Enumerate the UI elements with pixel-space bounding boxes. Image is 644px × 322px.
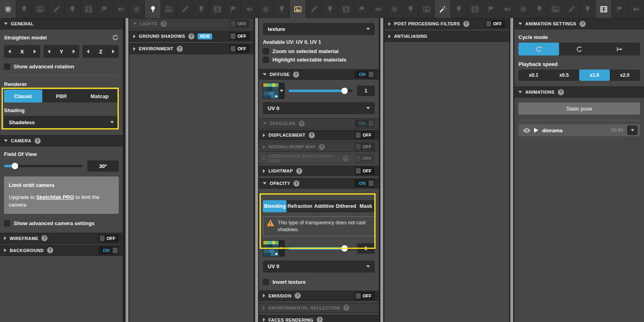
section-specular[interactable]: SPECULAR ? ON [259, 118, 379, 129]
specular-toggle[interactable]: ON [355, 119, 375, 127]
help-icon[interactable]: ? [558, 89, 564, 95]
tab-mask[interactable]: Mask [357, 200, 375, 212]
ground-shadows-toggle[interactable]: OFF [229, 32, 250, 40]
pen-icon[interactable] [177, 0, 193, 18]
material-dropdown[interactable]: texture [263, 23, 375, 35]
lights-toggle[interactable]: OFF [229, 20, 250, 28]
pen-icon[interactable] [564, 0, 580, 18]
speaker-icon[interactable] [499, 0, 515, 18]
section-lightmap[interactable]: LIGHTMAP ? OFF [259, 166, 379, 176]
gear-icon[interactable] [129, 0, 145, 18]
bulb-icon[interactable] [402, 0, 419, 18]
bulb-icon[interactable] [451, 0, 467, 18]
speaker-icon[interactable] [370, 0, 386, 18]
speed-x0-5-button[interactable]: x0.5 [549, 70, 580, 81]
step-left-icon[interactable] [87, 49, 89, 53]
clip-options-dropdown[interactable] [627, 125, 638, 135]
section-wireframe[interactable]: WIREFRAME ? OFF [0, 233, 123, 244]
help-icon[interactable]: ? [35, 138, 41, 144]
normal-bump-toggle[interactable]: OFF [355, 143, 375, 151]
step-right-icon[interactable] [72, 49, 75, 53]
help-icon[interactable]: ? [161, 21, 167, 27]
checkbox[interactable] [263, 48, 269, 54]
scrollbar-lights-panel[interactable] [126, 18, 128, 322]
help-icon[interactable]: ? [177, 46, 183, 52]
fov-value[interactable]: 30° [87, 160, 119, 172]
help-icon[interactable]: ? [293, 180, 299, 187]
film-icon[interactable] [467, 0, 483, 18]
help-icon[interactable]: ? [188, 33, 194, 39]
section-antialiasing[interactable]: ANTIALIASING [384, 31, 509, 42]
checkbox[interactable] [4, 220, 10, 226]
help-icon[interactable]: ? [309, 132, 315, 138]
image-icon[interactable] [32, 0, 48, 18]
zoom-material-checkbox-row[interactable]: Zoom on selected material [263, 48, 375, 54]
texture-thumbnail[interactable] [263, 83, 279, 98]
diffuse-intensity-slider[interactable] [289, 88, 353, 94]
step-right-icon[interactable] [33, 49, 36, 53]
fov-slider[interactable] [4, 163, 83, 169]
flag-icon[interactable] [483, 0, 499, 18]
step-left-icon[interactable] [47, 49, 50, 53]
refresh-icon[interactable] [112, 34, 119, 41]
animation-clip-row[interactable]: diorama 00:40 [518, 124, 640, 136]
opacity-value[interactable]: 1 [357, 243, 375, 254]
image-icon[interactable] [547, 0, 564, 18]
section-environment[interactable]: ENVIRONMENT ? OFF [129, 43, 254, 54]
section-general[interactable]: GENERAL [0, 18, 123, 29]
film-icon[interactable] [596, 0, 612, 18]
bulb-icon[interactable] [274, 0, 290, 18]
section-opacity[interactable]: OPACITY ? ON [259, 178, 379, 189]
diffuse-uv-dropdown[interactable]: UV 0 [263, 102, 375, 114]
play-icon[interactable] [534, 128, 538, 133]
speaker-icon[interactable] [242, 0, 258, 18]
image-icon[interactable] [419, 0, 435, 18]
post-processing-toggle[interactable]: OFF [485, 20, 505, 28]
step-right-icon[interactable] [112, 49, 115, 53]
speed-x1-0-button[interactable]: x1.0 [579, 70, 610, 81]
film-icon[interactable] [209, 0, 225, 18]
lightmap-toggle[interactable]: OFF [355, 167, 375, 175]
eye-icon[interactable] [523, 128, 530, 133]
flag-icon[interactable] [612, 0, 628, 18]
wand-icon[interactable] [435, 0, 451, 18]
tab-matcap[interactable]: Matcap [80, 90, 119, 103]
section-normal-bump[interactable]: NORMAL/BUMP MAP ? OFF [259, 142, 379, 152]
cycle-oneshot-button[interactable] [599, 43, 640, 55]
flag-icon[interactable] [354, 0, 370, 18]
bulb-icon[interactable] [16, 0, 32, 18]
help-icon[interactable]: ? [41, 235, 47, 241]
checkbox[interactable] [4, 64, 10, 70]
background-toggle[interactable]: ON [99, 246, 119, 254]
help-icon[interactable]: ? [47, 247, 53, 253]
diffuse-toggle[interactable]: ON [355, 70, 375, 78]
gear-icon[interactable] [258, 0, 274, 18]
advanced-rotation-checkbox-row[interactable]: Show advanced rotation [4, 64, 119, 70]
help-icon[interactable]: ? [343, 156, 349, 162]
pen-icon[interactable] [306, 0, 322, 18]
scrollbar-postprocess-panel[interactable] [380, 18, 383, 322]
help-icon[interactable]: ? [295, 293, 301, 299]
checkbox[interactable] [263, 57, 269, 63]
static-pose-button[interactable]: Static pose [518, 103, 640, 115]
tab-refraction[interactable]: Refraction [287, 200, 313, 212]
tab-dithered[interactable]: Dithered [335, 200, 357, 212]
diffuse-value[interactable]: 1 [357, 86, 375, 96]
texture-thumbnail[interactable] [263, 241, 279, 256]
cycle-repeat-button[interactable] [559, 43, 600, 55]
bulb-icon[interactable] [193, 0, 209, 18]
section-animations[interactable]: ANIMATIONS ? [514, 86, 644, 98]
tab-blending[interactable]: Blending [263, 200, 287, 212]
opacity-uv-dropdown[interactable]: UV 0 [263, 260, 375, 273]
section-animation-settings[interactable]: ANIMATION SETTINGS ? [514, 18, 644, 29]
gear-icon[interactable] [0, 0, 16, 18]
film-icon[interactable] [80, 0, 97, 18]
flag-icon[interactable] [97, 0, 113, 18]
advanced-camera-checkbox-row[interactable]: Show advanced camera settings [4, 220, 119, 226]
film-icon[interactable] [338, 0, 354, 18]
opacity-toggle[interactable]: ON [355, 179, 375, 187]
flag-icon[interactable] [225, 0, 242, 18]
section-displacement[interactable]: DISPLACEMENT ? OFF [259, 130, 379, 140]
rotate-x-stepper[interactable]: X [4, 45, 40, 58]
bulb-icon[interactable] [145, 0, 161, 18]
